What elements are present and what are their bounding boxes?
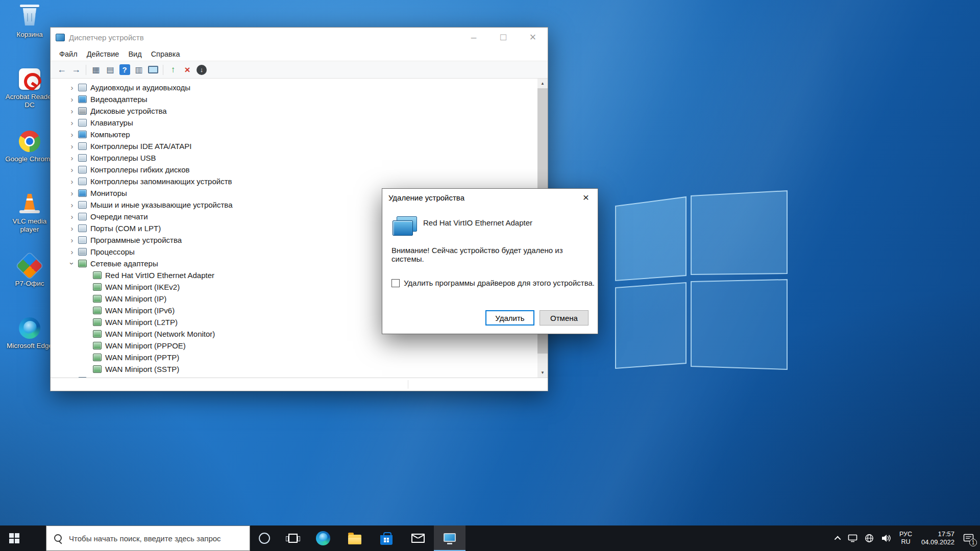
desktop-icon-chrome[interactable]: Google Chrome (3, 130, 56, 192)
chevron-right-icon[interactable]: › (68, 130, 76, 139)
network-adapter-icon (93, 271, 102, 279)
tree-item-ide-controllers[interactable]: ›Контроллеры IDE ATA/ATAPI (51, 140, 537, 152)
tree-item-computer[interactable]: ›Компьютер (51, 129, 537, 140)
uninstall-device-icon[interactable]: × (181, 63, 194, 77)
desktop-icon-label: Google Chrome (5, 155, 54, 163)
taskbar-app-mail[interactable] (402, 525, 434, 551)
chevron-right-icon[interactable]: › (68, 247, 76, 256)
windows-logo (614, 190, 790, 377)
menu-view[interactable]: Вид (124, 50, 146, 58)
desktop-icon-acrobat[interactable]: Acrobat Reader DC (3, 67, 56, 130)
close-button[interactable]: × (518, 28, 548, 47)
back-icon[interactable]: ← (55, 63, 68, 77)
tree-item-disk-devices[interactable]: ›Дисковые устройства (51, 105, 537, 117)
chevron-right-icon[interactable]: › (68, 83, 76, 92)
toolbar-separator (163, 65, 163, 75)
language-indicator[interactable]: РУС RU (895, 531, 917, 546)
console-window-icon[interactable]: ▦ (89, 63, 103, 77)
search-icon (54, 534, 63, 543)
chevron-right-icon[interactable]: › (68, 212, 76, 221)
desktop-icon-recycle-bin[interactable]: Корзина (3, 5, 56, 67)
processor-icon (78, 248, 87, 256)
minimize-button[interactable]: – (459, 28, 488, 47)
status-bar (51, 378, 548, 391)
windows-start-icon (9, 533, 19, 543)
disable-device-icon[interactable]: ↓ (195, 63, 208, 77)
uninstall-button[interactable]: Удалить (485, 310, 534, 325)
tree-item-floppy-controllers[interactable]: ›Контроллеры гибких дисков (51, 164, 537, 176)
device-manager-taskbar-icon (444, 533, 456, 542)
taskbar-app-edge[interactable] (307, 525, 339, 551)
volume-button[interactable] (877, 525, 895, 551)
desktop-icon-edge[interactable]: Microsoft Edge (3, 316, 56, 379)
scan-hardware-icon[interactable] (146, 63, 160, 77)
devices-list-icon[interactable]: ▥ (132, 63, 145, 77)
tree-item-keyboards[interactable]: ›Клавиатуры (51, 117, 537, 129)
show-hidden-icons-button[interactable] (832, 525, 844, 551)
taskbar-app-file-explorer[interactable] (339, 525, 371, 551)
taskbar-app-store[interactable] (371, 525, 402, 551)
menu-file[interactable]: Файл (55, 50, 82, 58)
tree-item-label: Контроллеры USB (90, 154, 156, 162)
dialog-title-bar[interactable]: Удаление устройства × (382, 189, 598, 206)
r7-office-icon (18, 254, 41, 278)
tray-display-button[interactable] (844, 525, 861, 551)
window-title: Диспетчер устройств (69, 33, 459, 42)
tree-item-wan-pppoe[interactable]: WAN Miniport (PPPOE) (51, 340, 537, 352)
network-adapter-icon (93, 354, 102, 361)
desktop-icon-label: Корзина (16, 31, 42, 39)
scroll-down-icon[interactable]: ▼ (537, 368, 548, 378)
action-center-button[interactable]: 1 (959, 525, 980, 551)
chevron-right-icon[interactable]: › (68, 165, 76, 174)
tree-item-storage-controllers[interactable]: ›Контроллеры запоминающих устройств (51, 176, 537, 187)
tree-item-usb-controllers[interactable]: ›Контроллеры USB (51, 152, 537, 164)
chevron-down-icon[interactable]: › (68, 260, 77, 268)
start-button[interactable] (0, 525, 29, 551)
menu-action[interactable]: Действие (82, 50, 124, 58)
chevron-right-icon[interactable]: › (68, 224, 76, 233)
chevron-right-icon[interactable]: › (68, 142, 76, 151)
chevron-right-icon[interactable]: › (68, 177, 76, 186)
maximize-button[interactable]: □ (488, 28, 518, 47)
network-status-button[interactable] (861, 525, 877, 551)
video-adapter-icon (78, 95, 87, 103)
help-icon[interactable]: ? (118, 63, 131, 77)
chevron-right-icon[interactable]: › (68, 95, 76, 104)
title-bar[interactable]: Диспетчер устройств – □ × (51, 28, 548, 47)
search-placeholder: Чтобы начать поиск, введите здесь запрос (69, 534, 221, 543)
chevron-right-icon[interactable]: › (68, 154, 76, 162)
properties-icon[interactable]: ▤ (104, 63, 117, 77)
network-adapter-icon (93, 295, 102, 303)
desktop-icon-r7-office[interactable]: Р7-Офис (3, 254, 56, 316)
chevron-right-icon[interactable]: › (68, 201, 76, 209)
desktop-icon-vlc[interactable]: VLC media player (3, 192, 56, 254)
scroll-up-icon[interactable]: ▲ (537, 79, 548, 88)
language-primary: РУС (899, 531, 912, 538)
cancel-button[interactable]: Отмена (540, 310, 589, 325)
tree-item-audio[interactable]: ›Аудиовходы и аудиовыходы (51, 82, 537, 93)
tree-item-wan-sstp[interactable]: WAN Miniport (SSTP) (51, 363, 537, 375)
menu-help[interactable]: Справка (146, 50, 185, 58)
chevron-right-icon[interactable]: › (68, 189, 76, 197)
network-adapter-icon (93, 318, 102, 326)
printer-icon (78, 213, 87, 220)
update-driver-icon[interactable]: ↑ (166, 63, 180, 77)
tree-item-label: Мониторы (90, 189, 127, 197)
toolbar-separator (86, 65, 86, 75)
cortana-button[interactable] (250, 525, 279, 551)
network-adapter-icon (93, 307, 102, 314)
forward-icon[interactable]: → (69, 63, 83, 77)
chevron-right-icon[interactable]: › (68, 118, 76, 127)
chevron-right-icon[interactable]: › (68, 236, 76, 244)
clock[interactable]: 17:57 04.09.2022 (917, 530, 959, 546)
task-view-button[interactable] (279, 525, 307, 551)
taskbar-app-device-manager[interactable] (434, 525, 465, 551)
delete-drivers-checkbox[interactable] (391, 279, 400, 287)
dialog-title: Удаление устройства (382, 193, 574, 202)
chevron-right-icon[interactable]: › (68, 107, 76, 115)
dialog-close-button[interactable]: × (574, 189, 598, 206)
tree-item-wan-pptp[interactable]: WAN Miniport (PPTP) (51, 352, 537, 363)
task-view-icon (288, 534, 298, 543)
tree-item-video-adapters[interactable]: ›Видеоадаптеры (51, 93, 537, 105)
taskbar-search-input[interactable]: Чтобы начать поиск, введите здесь запрос (46, 525, 250, 551)
